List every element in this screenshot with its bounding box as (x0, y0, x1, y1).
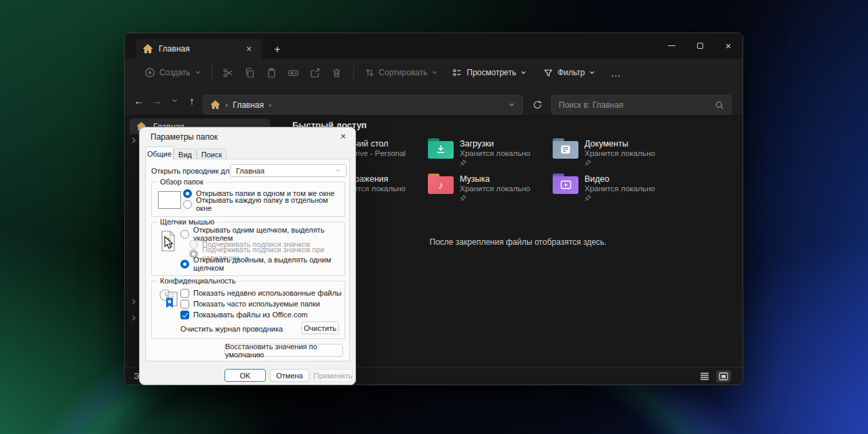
sort-button[interactable]: Сортировать (359, 64, 443, 81)
radio-icon[interactable] (180, 230, 189, 239)
tab-home[interactable]: Главная × (136, 39, 262, 59)
dialog-tab-general[interactable]: Общие (145, 146, 174, 160)
radio-single-click[interactable]: Открывать одним щелчком, выделять указат… (180, 229, 344, 239)
radio-icon[interactable] (180, 260, 189, 269)
filter-button[interactable]: Фильтр (538, 64, 600, 81)
tile-music[interactable]: ♪ Музыка Хранится локально (428, 174, 547, 201)
dialog-tab-search[interactable]: Поиск (197, 149, 226, 159)
delete-button[interactable] (326, 62, 348, 83)
view-icon (452, 67, 462, 78)
view-button-label: Просмотреть (467, 68, 516, 77)
refresh-icon (532, 100, 542, 110)
cancel-button[interactable]: Отмена (270, 369, 309, 382)
radio-double-click[interactable]: Открывать двойным, а выделять одним щелч… (180, 259, 344, 269)
radio-icon[interactable] (183, 189, 192, 198)
chevron-down-icon (589, 69, 595, 76)
checkbox-label: Показать часто используемые папки (193, 300, 320, 308)
new-button[interactable]: Создать (140, 64, 206, 81)
combobox-value: Главная (236, 167, 264, 175)
tile-documents[interactable]: Документы Хранится локально (553, 138, 672, 166)
group-legend: Конфиденциальность (157, 277, 239, 285)
checkbox-label: Показывать файлы из Office.com (193, 311, 308, 319)
new-tab-button[interactable]: + (270, 42, 285, 57)
checkbox-recent-files[interactable]: Показать недавно использованные файлы (180, 288, 342, 298)
home-icon (142, 43, 153, 54)
maximize-button[interactable] (686, 33, 714, 58)
share-icon (309, 67, 321, 79)
minimize-icon (668, 45, 675, 46)
ok-button[interactable]: OK (224, 369, 266, 382)
pin-icon (585, 195, 591, 201)
video-folder-icon (553, 174, 578, 194)
more-options-button[interactable]: … (606, 64, 625, 82)
filter-icon (543, 68, 553, 78)
breadcrumb-item-home[interactable]: Главная (233, 100, 264, 110)
cut-icon (222, 67, 234, 79)
trash-icon (331, 67, 342, 79)
restore-defaults-button[interactable]: Восстановить значения по умолчанию (224, 344, 343, 357)
breadcrumb-separator: › (225, 100, 228, 110)
checkbox-icon[interactable] (180, 289, 189, 298)
downloads-folder-icon (428, 138, 454, 159)
up-button[interactable]: ↑ (183, 92, 201, 110)
radio-separate-window[interactable]: Открывать каждую папку в отдельном окне (183, 199, 344, 209)
breadcrumb-separator: › (269, 100, 271, 110)
checkbox-office-files[interactable]: Показывать файлы из Office.com (180, 310, 308, 319)
radio-icon[interactable] (183, 200, 192, 209)
tile-subtitle: Хранится локально (460, 149, 530, 157)
checkbox-icon[interactable] (180, 311, 189, 319)
search-icon (715, 100, 724, 110)
sort-icon (364, 67, 375, 78)
pinned-files-empty-hint: После закрепления файлы отобразятся здес… (382, 237, 654, 247)
group-browse-folders: Обзор папок Открывать папки в одном и то… (151, 182, 345, 217)
dialog-tab-page: Открыть проводник для: Главная Обзор пап… (145, 159, 350, 361)
paste-button[interactable] (261, 62, 283, 83)
dialog-close-button[interactable]: × (337, 130, 349, 142)
forward-button[interactable]: → (148, 92, 165, 110)
back-button[interactable]: ← (130, 92, 148, 110)
toolbar-divider (212, 66, 212, 79)
dialog-title: Параметры папок (151, 132, 218, 142)
maximize-icon (697, 43, 703, 49)
search-input[interactable] (559, 100, 715, 110)
breadcrumb[interactable]: › Главная › (203, 95, 523, 115)
tile-downloads[interactable]: Загрузки Хранится локально (428, 138, 547, 166)
cut-button[interactable] (218, 62, 239, 83)
toolbar-divider (353, 66, 354, 79)
address-dropdown-icon[interactable] (508, 101, 515, 108)
minimize-button[interactable] (657, 33, 686, 58)
tab-label: Главная (159, 44, 243, 54)
view-button[interactable]: Просмотреть (447, 64, 532, 81)
browse-folders-icon (158, 191, 181, 209)
privacy-icon (157, 288, 180, 309)
clear-history-label: Очистить журнал проводника (180, 325, 283, 333)
radio-label: Открывать каждую папку в отдельном окне (196, 196, 344, 212)
close-window-button[interactable]: × (714, 33, 743, 58)
address-bar-row: ← → ↑ › Главная › (125, 86, 743, 116)
share-button[interactable] (304, 62, 326, 83)
copy-icon (244, 67, 256, 79)
tile-name: Видео (585, 174, 655, 184)
copy-button[interactable] (239, 62, 261, 83)
command-toolbar: Создать (125, 59, 743, 86)
paste-icon (266, 67, 277, 79)
large-icons-view-button[interactable] (716, 370, 731, 382)
tree-expander-icon[interactable] (130, 315, 137, 321)
checkbox-icon[interactable] (180, 300, 189, 309)
checkbox-frequent-folders[interactable]: Показать часто используемые папки (180, 299, 320, 309)
dialog-tab-view[interactable]: Вид (174, 149, 197, 159)
radio-label: Открывать двойным, а выделять одним щелч… (193, 256, 344, 272)
tile-video[interactable]: Видео Хранится локально (553, 174, 672, 201)
recent-locations-button[interactable] (165, 92, 183, 110)
clear-history-button[interactable]: Очистить (301, 321, 339, 334)
tree-expander-icon[interactable] (130, 298, 137, 305)
chevron-down-icon (195, 69, 201, 76)
chevron-down-icon (336, 168, 340, 173)
apply-button[interactable]: Применить (313, 369, 353, 382)
rename-button[interactable] (283, 62, 304, 83)
tab-close-icon[interactable]: × (243, 43, 255, 55)
tree-expander-icon[interactable] (130, 137, 137, 144)
details-view-button[interactable] (697, 370, 712, 382)
open-explorer-combobox[interactable]: Главная (230, 164, 347, 177)
refresh-button[interactable] (529, 96, 545, 113)
